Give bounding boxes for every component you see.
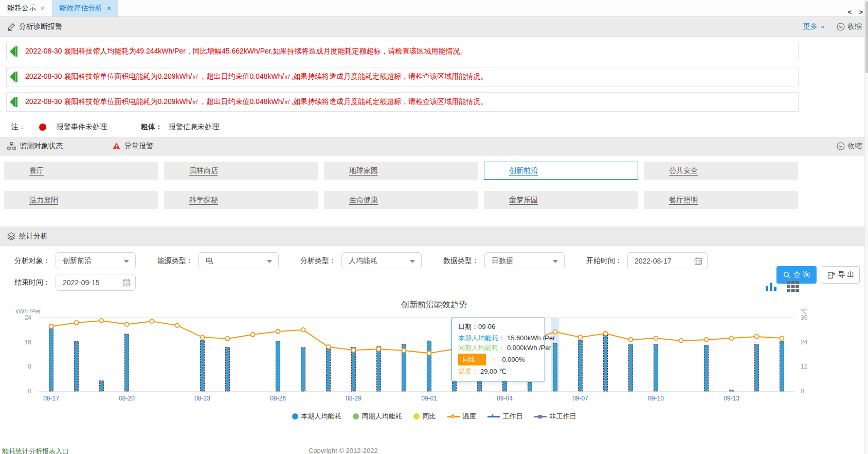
monitor-object-button[interactable]: 生命健康	[324, 191, 478, 209]
bar[interactable]	[553, 343, 557, 391]
energy-trend-chart[interactable]: kWh /Per℃241680362412008-1708-2008-2308-…	[0, 308, 864, 411]
filter-panel: 分析对象：创新前沿能源类型：电分析类型：人均能耗数据类型：日数据开始时间：202…	[0, 246, 868, 298]
temperature-point[interactable]	[100, 319, 104, 323]
monitor-object-button[interactable]: 科学探秘	[164, 191, 318, 209]
more-link[interactable]: 更多	[803, 22, 818, 31]
end-time-date-input[interactable]: 2022-09-15	[56, 274, 136, 291]
bar[interactable]	[201, 340, 205, 391]
red-dot-icon	[39, 124, 46, 131]
temperature-point[interactable]	[276, 329, 280, 334]
bar[interactable]	[755, 344, 759, 391]
scrollbar-thumb[interactable]	[865, 1, 868, 73]
tab-efficiency-analysis[interactable]: 能效评估分析 ✕	[52, 0, 118, 16]
temperature-point[interactable]	[755, 335, 759, 339]
temperature-point[interactable]	[780, 336, 784, 340]
bar[interactable]	[352, 347, 356, 391]
bar[interactable]	[49, 325, 53, 391]
bar[interactable]	[276, 341, 280, 391]
more-arrow-icon[interactable]: »	[821, 23, 824, 30]
bar[interactable]	[704, 345, 709, 391]
monitor-object-button[interactable]: 活力襄阳	[4, 191, 158, 209]
analysis-object-select[interactable]: 创新前沿	[56, 252, 136, 269]
temperature-point[interactable]	[125, 322, 129, 326]
start-time-date-input[interactable]: 2022-08-17	[627, 252, 708, 269]
bar[interactable]	[578, 340, 583, 391]
temperature-point[interactable]	[251, 333, 255, 337]
bar[interactable]	[730, 390, 734, 391]
temperature-point[interactable]	[75, 321, 79, 325]
temperature-point[interactable]	[578, 335, 583, 339]
analysis-type-select[interactable]: 人均能耗	[341, 252, 422, 269]
bar[interactable]	[780, 341, 784, 391]
temperature-point[interactable]	[377, 347, 381, 351]
page: 能耗公示 ✕ 能效评估分析 ✕ < > 分析诊断报警 更多 » 收缩	[0, 0, 868, 454]
legend-item[interactable]: 本期人均能耗	[292, 412, 341, 421]
legend-item[interactable]: +工作日	[487, 412, 523, 421]
close-icon[interactable]: ✕	[40, 5, 45, 12]
monitor-object-button[interactable]: 创新前沿	[484, 162, 638, 180]
temperature-point[interactable]	[301, 328, 305, 332]
sitemap-icon	[7, 142, 16, 150]
green-flag-icon	[10, 46, 17, 57]
tab-energy-publicity[interactable]: 能耗公示 ✕	[0, 0, 52, 16]
temperature-point[interactable]	[150, 319, 154, 323]
bar[interactable]	[301, 347, 305, 391]
bar[interactable]	[125, 334, 129, 391]
bar[interactable]	[226, 347, 230, 391]
legend-item[interactable]: 同比	[413, 412, 436, 421]
monitor-object-button[interactable]: 贝林商店	[164, 162, 318, 180]
bar[interactable]	[604, 334, 608, 391]
table-view-icon[interactable]	[786, 280, 800, 292]
temperature-point[interactable]	[327, 345, 331, 349]
temperature-point[interactable]	[679, 339, 683, 343]
legend-item[interactable]: 温度	[447, 412, 476, 421]
energy-type-label: 能源类型：	[157, 256, 193, 266]
monitor-object-label: 地球家园	[349, 166, 378, 176]
temperature-point[interactable]	[427, 351, 431, 355]
scrollbar[interactable]	[864, 0, 868, 454]
collapse-button[interactable]: 收缩	[837, 142, 862, 151]
monitor-object-button[interactable]: 公共安全	[644, 162, 798, 180]
bar[interactable]	[629, 344, 633, 391]
monitor-object-label: 创新前沿	[509, 166, 538, 176]
bar[interactable]	[427, 341, 431, 391]
bar[interactable]	[100, 381, 104, 391]
temperature-point[interactable]	[704, 338, 709, 342]
temperature-point[interactable]	[604, 331, 608, 336]
monitor-object-button[interactable]: 餐厅	[4, 162, 158, 180]
temperature-point[interactable]	[49, 324, 53, 328]
bar[interactable]	[654, 344, 658, 391]
monitor-object-button[interactable]: 地球家园	[324, 162, 478, 180]
monitor-object-button[interactable]: 餐厅照明	[644, 191, 798, 209]
temperature-point[interactable]	[175, 323, 179, 327]
bar[interactable]	[528, 382, 532, 391]
bar[interactable]	[327, 348, 331, 391]
export-button[interactable]: x 导 出	[822, 266, 860, 284]
monitor-object-label: 公共安全	[669, 166, 698, 176]
temperature-point[interactable]	[226, 337, 230, 341]
start-time-filter: 开始时间：2022-08-17	[586, 252, 708, 269]
legend-item[interactable]: 非工作日	[534, 412, 576, 421]
monitor-object-label: 童梦乐园	[509, 196, 538, 205]
monitor-object-button[interactable]: 童梦乐园	[484, 191, 638, 209]
data-type-select[interactable]: 日数据	[484, 252, 565, 269]
tab-scroll-right-icon[interactable]: >	[859, 8, 863, 16]
temperature-point[interactable]	[654, 336, 658, 340]
chevron-down-circle-icon	[837, 23, 845, 31]
close-icon[interactable]: ✕	[106, 5, 111, 12]
energy-type-select[interactable]: 电	[198, 252, 279, 269]
tooltip-row: 温度：29.00 ℃	[458, 366, 538, 376]
temperature-point[interactable]	[201, 335, 205, 339]
bar-chart-view-icon[interactable]	[765, 280, 778, 292]
temperature-point[interactable]	[730, 336, 734, 340]
svg-text:16: 16	[25, 339, 32, 346]
collapse-button[interactable]: 收缩	[837, 22, 862, 31]
temperature-point[interactable]	[352, 348, 356, 352]
tab-scroll-left-icon[interactable]: <	[848, 8, 852, 16]
bar[interactable]	[377, 346, 381, 391]
chevron-down-icon	[124, 260, 129, 263]
temperature-point[interactable]	[629, 338, 633, 342]
legend-item[interactable]: 同期人均能耗	[353, 412, 402, 421]
bar[interactable]	[75, 341, 79, 391]
temperature-point[interactable]	[402, 348, 406, 353]
